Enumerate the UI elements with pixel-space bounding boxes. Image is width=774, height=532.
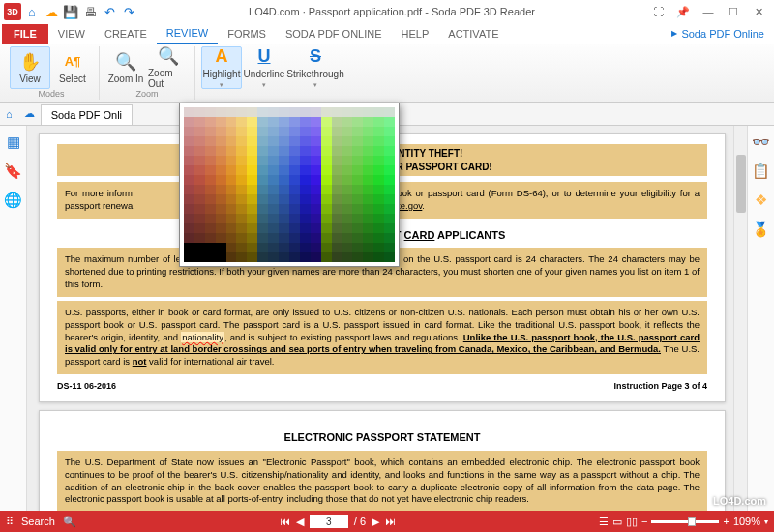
color-swatch[interactable]	[300, 136, 311, 146]
color-swatch[interactable]	[352, 146, 363, 156]
color-swatch[interactable]	[289, 223, 300, 233]
color-swatch[interactable]	[257, 185, 268, 194]
color-swatch[interactable]	[205, 204, 216, 214]
fullscreen-icon[interactable]: ⛶	[646, 3, 670, 20]
prev-page-button[interactable]: ◀	[296, 516, 304, 528]
color-swatch[interactable]	[373, 204, 384, 214]
color-swatch[interactable]	[300, 127, 311, 136]
status-search-label[interactable]: Search	[21, 516, 55, 527]
color-swatch[interactable]	[300, 117, 311, 127]
color-swatch[interactable]	[279, 214, 289, 223]
zoom-out-status[interactable]: −	[641, 516, 647, 527]
color-swatch[interactable]	[373, 146, 384, 156]
color-swatch[interactable]	[268, 165, 279, 175]
color-swatch[interactable]	[279, 175, 289, 185]
color-swatch[interactable]	[194, 252, 205, 262]
color-swatch[interactable]	[226, 127, 237, 136]
color-swatch[interactable]	[205, 223, 216, 233]
close-button[interactable]: ✕	[747, 3, 770, 20]
color-swatch[interactable]	[247, 175, 257, 185]
scrollbar-thumb[interactable]	[736, 155, 746, 213]
color-swatch[interactable]	[321, 252, 332, 262]
color-swatch[interactable]	[236, 146, 247, 156]
color-swatch[interactable]	[352, 136, 363, 146]
color-swatch[interactable]	[279, 194, 289, 204]
color-swatch[interactable]	[311, 223, 321, 233]
color-swatch[interactable]	[236, 107, 247, 117]
color-swatch[interactable]	[247, 204, 257, 214]
color-swatch[interactable]	[257, 156, 268, 165]
color-swatch[interactable]	[332, 165, 342, 175]
color-swatch[interactable]	[373, 185, 384, 194]
color-swatch[interactable]	[332, 185, 342, 194]
tabstrip-cloud-icon[interactable]: ☁	[18, 107, 41, 120]
color-swatch[interactable]	[216, 165, 226, 175]
color-swatch[interactable]	[216, 243, 226, 252]
color-swatch[interactable]	[194, 185, 205, 194]
color-swatch[interactable]	[216, 252, 226, 262]
highlight-button[interactable]: AHighlight▾	[201, 46, 242, 89]
color-swatch[interactable]	[321, 165, 332, 175]
color-swatch[interactable]	[236, 223, 247, 233]
color-swatch[interactable]	[363, 165, 373, 175]
color-swatch[interactable]	[321, 243, 332, 252]
color-swatch[interactable]	[289, 204, 300, 214]
view-mode-single-icon[interactable]: ▭	[612, 516, 622, 528]
color-swatch[interactable]	[384, 146, 395, 156]
color-swatch[interactable]	[226, 214, 237, 223]
color-swatch[interactable]	[226, 233, 237, 243]
color-swatch[interactable]	[373, 175, 384, 185]
color-swatch[interactable]	[289, 117, 300, 127]
tab-review[interactable]: REVIEW	[157, 23, 218, 44]
color-swatch[interactable]	[300, 233, 311, 243]
color-swatch[interactable]	[268, 146, 279, 156]
color-swatch[interactable]	[352, 214, 363, 223]
color-swatch[interactable]	[342, 204, 352, 214]
color-swatch[interactable]	[205, 185, 216, 194]
save-icon[interactable]: 💾	[62, 3, 79, 20]
color-swatch[interactable]	[289, 146, 300, 156]
color-swatch[interactable]	[342, 214, 352, 223]
color-swatch[interactable]	[205, 243, 216, 252]
color-swatch[interactable]	[363, 175, 373, 185]
color-swatch[interactable]	[289, 136, 300, 146]
color-swatch[interactable]	[321, 194, 332, 204]
color-swatch[interactable]	[384, 223, 395, 233]
color-swatch[interactable]	[332, 233, 342, 243]
color-swatch[interactable]	[236, 136, 247, 146]
color-swatch[interactable]	[194, 223, 205, 233]
color-swatch[interactable]	[279, 223, 289, 233]
color-swatch[interactable]	[289, 175, 300, 185]
color-swatch[interactable]	[268, 252, 279, 262]
color-swatch[interactable]	[289, 185, 300, 194]
color-swatch[interactable]	[194, 165, 205, 175]
color-swatch[interactable]	[373, 214, 384, 223]
color-swatch[interactable]	[300, 185, 311, 194]
color-swatch[interactable]	[321, 175, 332, 185]
tabstrip-home-icon[interactable]: ⌂	[0, 108, 18, 120]
color-swatch[interactable]	[321, 146, 332, 156]
color-swatch[interactable]	[300, 252, 311, 262]
color-swatch[interactable]	[321, 107, 332, 117]
color-swatch[interactable]	[332, 204, 342, 214]
color-swatch[interactable]	[279, 204, 289, 214]
print-icon[interactable]: 🖶	[81, 3, 99, 20]
color-swatch[interactable]	[226, 194, 237, 204]
color-swatch[interactable]	[311, 204, 321, 214]
color-swatch[interactable]	[257, 223, 268, 233]
color-swatch[interactable]	[311, 194, 321, 204]
color-swatch[interactable]	[205, 136, 216, 146]
color-swatch[interactable]	[300, 214, 311, 223]
color-swatch[interactable]	[300, 107, 311, 117]
color-swatch[interactable]	[342, 146, 352, 156]
color-swatch[interactable]	[268, 107, 279, 117]
color-swatch[interactable]	[194, 194, 205, 204]
tab-help[interactable]: HELP	[392, 24, 439, 44]
color-swatch[interactable]	[184, 127, 194, 136]
strikethrough-button[interactable]: SStrikethrough▾	[286, 46, 344, 89]
color-swatch[interactable]	[194, 214, 205, 223]
color-swatch[interactable]	[184, 223, 194, 233]
color-swatch[interactable]	[184, 107, 194, 117]
color-swatch[interactable]	[342, 127, 352, 136]
color-swatch[interactable]	[279, 136, 289, 146]
